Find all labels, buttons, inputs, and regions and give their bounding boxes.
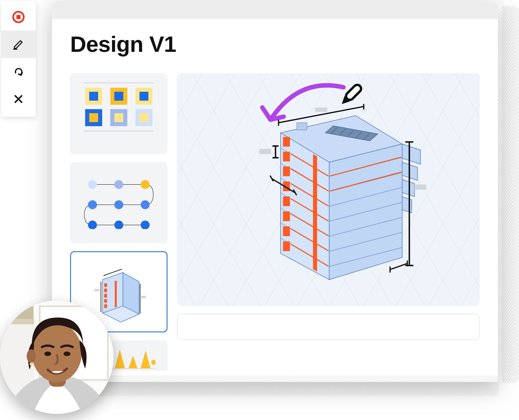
building-model[interactable]: [236, 104, 439, 296]
svg-rect-17: [115, 281, 117, 307]
svg-rect-64: [283, 152, 290, 161]
record-button[interactable]: [1, 3, 36, 30]
design-canvas[interactable]: [177, 73, 480, 306]
svg-rect-94: [16, 15, 21, 19]
svg-rect-69: [283, 226, 290, 236]
record-icon: [12, 11, 25, 23]
divider: [84, 82, 154, 83]
divider: [84, 131, 154, 131]
svg-rect-13: [104, 289, 107, 292]
svg-point-6: [88, 221, 97, 229]
svg-rect-101: [8, 306, 33, 319]
dimension-label: [414, 185, 426, 190]
window-titlebar[interactable]: [52, 1, 498, 19]
svg-line-91: [270, 176, 273, 181]
svg-rect-42: [297, 123, 307, 130]
svg-marker-47: [402, 180, 414, 197]
svg-point-0: [88, 180, 97, 189]
svg-point-109: [64, 352, 70, 356]
close-button[interactable]: [1, 85, 36, 112]
page-title: Design V1: [70, 31, 480, 57]
graph-icon: [79, 176, 158, 229]
svg-rect-68: [283, 211, 290, 221]
palette-row: [84, 109, 154, 126]
svg-point-8: [141, 221, 150, 229]
svg-point-4: [114, 200, 123, 209]
svg-rect-12: [104, 283, 107, 287]
svg-rect-14: [104, 294, 107, 298]
svg-marker-27: [129, 356, 138, 368]
app-window: Design V1: [52, 1, 498, 382]
floating-toolbar: [1, 1, 36, 117]
svg-point-106: [27, 349, 36, 363]
svg-rect-16: [104, 304, 107, 308]
thumb-palette[interactable]: [70, 73, 167, 154]
avatar-image: [0, 300, 114, 414]
dimension-label: [315, 107, 327, 112]
svg-line-84: [390, 263, 407, 270]
redo-button[interactable]: [1, 58, 36, 85]
window-shadow-right: [502, 6, 519, 383]
caption-input[interactable]: [177, 314, 480, 340]
pencil-icon: [12, 38, 25, 51]
dimension-label: [259, 149, 271, 154]
svg-point-108: [44, 352, 51, 356]
svg-marker-45: [402, 144, 420, 164]
svg-rect-22: [141, 296, 146, 298]
svg-rect-67: [283, 196, 290, 206]
svg-point-2: [141, 180, 150, 189]
svg-marker-28: [141, 351, 150, 368]
svg-marker-48: [402, 197, 412, 213]
palette-row: [84, 88, 154, 105]
close-icon: [12, 93, 25, 105]
svg-rect-15: [104, 299, 107, 303]
svg-rect-63: [283, 137, 290, 147]
svg-point-107: [30, 362, 33, 366]
svg-point-5: [141, 200, 150, 209]
svg-point-3: [88, 200, 97, 209]
window-shadow-bottom: [53, 375, 499, 396]
edit-button[interactable]: [1, 30, 36, 58]
svg-point-29: [151, 360, 155, 365]
thumb-graph[interactable]: [70, 162, 167, 243]
redo-icon: [12, 65, 25, 78]
svg-rect-30: [344, 83, 363, 101]
svg-point-7: [114, 221, 123, 229]
presenter-avatar[interactable]: [0, 300, 114, 414]
svg-rect-21: [94, 289, 99, 291]
svg-point-1: [114, 180, 123, 189]
svg-rect-65: [283, 166, 290, 176]
svg-marker-26: [115, 350, 125, 368]
svg-rect-70: [283, 241, 290, 251]
building-thumb-icon: [88, 262, 149, 322]
